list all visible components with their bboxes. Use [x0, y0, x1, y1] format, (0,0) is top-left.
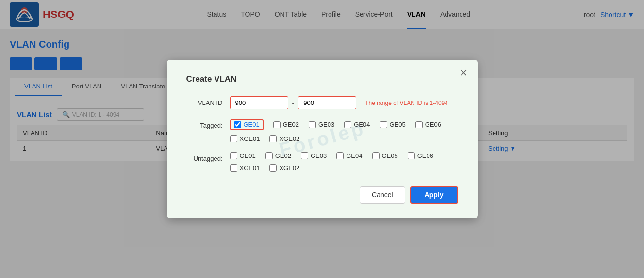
- tagged-ge05-label: GE05: [390, 121, 406, 128]
- untagged-ge02-item: GE02: [265, 152, 291, 159]
- close-button[interactable]: ✕: [460, 67, 468, 79]
- tagged-ge04-item: GE04: [344, 119, 370, 130]
- vlan-id-row: VLAN ID - The range of VLAN ID is 1-4094: [186, 96, 458, 109]
- tagged-label: Tagged:: [186, 119, 230, 129]
- untagged-xge02-item: XGE02: [269, 164, 299, 172]
- untagged-ge06-item: GE06: [408, 152, 433, 159]
- untagged-xge01-item: XGE01: [230, 164, 260, 172]
- untagged-ge05-item: GE05: [372, 152, 398, 159]
- untagged-ge04-item: GE04: [336, 152, 362, 159]
- tagged-ge01-checkbox[interactable]: [234, 121, 241, 128]
- dialog-title: Create VLAN: [186, 74, 458, 84]
- vlan-id-hint: The range of VLAN ID is 1-4094: [365, 100, 448, 106]
- untagged-ge03-item: GE03: [301, 152, 327, 159]
- tagged-ge05-checkbox[interactable]: [380, 121, 387, 128]
- tagged-xge01-label: XGE01: [240, 135, 260, 142]
- untagged-ge02-checkbox[interactable]: [265, 152, 273, 159]
- tagged-xge01-checkbox[interactable]: [230, 135, 237, 142]
- tagged-xge02-checkbox[interactable]: [269, 135, 277, 142]
- tagged-ge01-label: GE01: [244, 121, 260, 128]
- untagged-ge01-item: GE01: [230, 152, 256, 159]
- untagged-xge02-label: XGE02: [279, 164, 299, 172]
- apply-button[interactable]: Apply: [410, 186, 458, 204]
- tagged-ge02-item: GE02: [273, 119, 299, 130]
- untagged-label: Untagged:: [186, 152, 230, 162]
- untagged-ge02-label: GE02: [275, 152, 291, 159]
- untagged-ge03-label: GE03: [311, 152, 327, 159]
- tagged-ge02-label: GE02: [283, 121, 299, 128]
- untagged-ge01-checkbox[interactable]: [230, 152, 237, 159]
- vlan-id-inputs: - The range of VLAN ID is 1-4094: [230, 96, 458, 109]
- vlan-separator: -: [292, 99, 295, 107]
- untagged-ge06-checkbox[interactable]: [408, 152, 415, 159]
- untagged-ge06-label: GE06: [417, 152, 433, 159]
- cancel-button[interactable]: Cancel: [360, 186, 405, 204]
- untagged-row: Untagged: GE01 GE02 GE03: [186, 152, 458, 172]
- tagged-ge02-checkbox[interactable]: [273, 121, 281, 128]
- untagged-ge05-checkbox[interactable]: [372, 152, 380, 159]
- tagged-ge04-checkbox[interactable]: [344, 121, 351, 128]
- untagged-ge04-checkbox[interactable]: [336, 152, 344, 159]
- modal-overlay: Forolep Create VLAN ✕ VLAN ID - The rang…: [0, 0, 644, 278]
- untagged-ports: GE01 GE02 GE03 GE04: [230, 152, 458, 172]
- dialog-footer: Cancel Apply: [186, 186, 458, 204]
- tagged-ge05-item: GE05: [380, 119, 406, 130]
- tagged-ports: GE01 GE02 GE03 GE04: [230, 119, 458, 142]
- untagged-xge01-label: XGE01: [240, 164, 260, 172]
- untagged-ge05-label: GE05: [382, 152, 398, 159]
- untagged-ge04-label: GE04: [346, 152, 362, 159]
- tagged-ge06-item: GE06: [415, 119, 441, 130]
- untagged-xge02-checkbox[interactable]: [269, 164, 277, 172]
- untagged-xge01-checkbox[interactable]: [230, 164, 237, 172]
- create-vlan-dialog: Forolep Create VLAN ✕ VLAN ID - The rang…: [167, 60, 478, 218]
- tagged-row: Tagged: GE01 GE02 GE03: [186, 119, 458, 142]
- tagged-ge03-label: GE03: [318, 121, 334, 128]
- tagged-xge02-item: XGE02: [269, 135, 299, 142]
- tagged-ge03-checkbox[interactable]: [309, 121, 316, 128]
- vlan-id-to-input[interactable]: [298, 96, 356, 109]
- tagged-xge01-item: XGE01: [230, 135, 260, 142]
- untagged-ge03-checkbox[interactable]: [301, 152, 308, 159]
- vlan-id-from-input[interactable]: [230, 96, 288, 109]
- vlan-id-label: VLAN ID: [186, 96, 230, 106]
- tagged-xge02-label: XGE02: [279, 135, 299, 142]
- tagged-ge06-label: GE06: [425, 121, 441, 128]
- untagged-ge01-label: GE01: [240, 152, 256, 159]
- tagged-ge04-label: GE04: [354, 121, 370, 128]
- tagged-ge03-item: GE03: [309, 119, 334, 130]
- tagged-ge01-item: GE01: [230, 119, 264, 130]
- tagged-ge06-checkbox[interactable]: [415, 121, 423, 128]
